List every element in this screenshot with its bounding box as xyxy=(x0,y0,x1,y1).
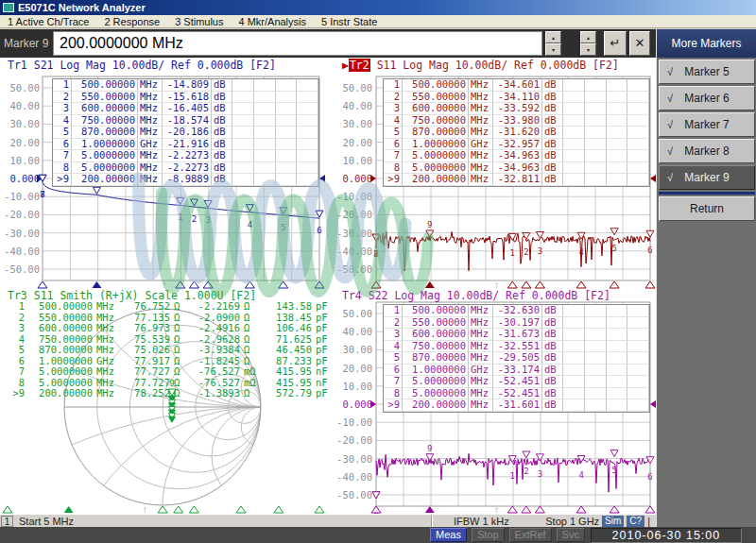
table-cell: pF xyxy=(314,323,333,334)
table-cell xyxy=(607,305,628,317)
table-cell xyxy=(585,365,607,377)
table-cell: dB xyxy=(212,92,232,104)
table-cell: 7 xyxy=(8,366,26,378)
table-cell: dB xyxy=(542,399,563,412)
table-cell xyxy=(254,150,276,162)
marker-9-button[interactable]: √ Marker 9 xyxy=(659,165,755,190)
table-cell: -33.174 xyxy=(493,365,542,377)
tr1-marker-table: 1500.00000MHz-14.809dB2550.00000MHz-15.6… xyxy=(52,78,319,187)
table-cell xyxy=(585,92,607,104)
table-cell xyxy=(627,376,649,388)
marker-6-button[interactable]: √ Marker 6 xyxy=(659,86,755,110)
instrument-status-bar: Meas Stop ExtRef Svc 2010-06-30 15:00 xyxy=(0,527,756,543)
table-cell: 77.135 xyxy=(121,313,172,324)
table-cell: -2.2273 xyxy=(163,150,212,162)
table-cell xyxy=(607,317,628,330)
table-cell xyxy=(627,399,649,412)
menu-instr-state[interactable]: 5 Instr State xyxy=(314,16,385,27)
table-cell: -8.9889 xyxy=(163,174,212,186)
menu-active-ch-trace[interactable]: 1 Active Ch/Trace xyxy=(0,16,96,27)
tr4-y-label: 10.00 xyxy=(333,382,372,392)
table-cell: pF xyxy=(314,356,333,367)
table-cell: 5.0000000 xyxy=(26,366,94,378)
tr2-marker-table: 1500.00000MHz-34.601dB2550.00000MHz-34.1… xyxy=(383,78,650,187)
table-cell xyxy=(607,79,628,92)
table-cell: 5.0000000 xyxy=(72,162,138,175)
table-cell xyxy=(563,162,585,175)
table-cell xyxy=(607,365,628,377)
menu-stimulus[interactable]: 3 Stimulus xyxy=(167,16,231,27)
check-icon: √ xyxy=(667,140,673,162)
table-cell xyxy=(585,341,607,353)
table-cell xyxy=(563,388,585,400)
table-cell: -76.527 xyxy=(187,378,242,389)
table-cell: MHz xyxy=(138,79,163,92)
tr4-y-label: 20.00 xyxy=(333,364,372,374)
table-cell: MHz xyxy=(138,115,163,127)
analyzer-screen: 123456789↑123456789↑9↑123456789↑50.0040.… xyxy=(0,58,656,514)
svg-text:↑: ↑ xyxy=(494,504,499,514)
tr1-y-label: 20.00 xyxy=(0,138,40,148)
table-cell: dB xyxy=(542,103,563,115)
table-cell: dB xyxy=(542,341,563,353)
button-label: Marker 6 xyxy=(684,92,729,105)
table-cell: -33.980 xyxy=(493,115,542,127)
close-entry-button[interactable]: ✕ xyxy=(629,31,650,56)
marker-5-button[interactable]: √ Marker 5 xyxy=(659,59,755,84)
check-icon: √ xyxy=(667,113,673,136)
svg-text:4: 4 xyxy=(248,220,252,229)
spin-up-button[interactable]: ▴ xyxy=(580,31,596,43)
tr1-y-label: -50.00 xyxy=(0,264,40,275)
return-button[interactable]: Return xyxy=(659,196,755,221)
table-cell xyxy=(232,103,254,115)
table-cell xyxy=(276,174,298,186)
tr4-y-label: 40.00 xyxy=(333,327,372,337)
table-cell: -52.451 xyxy=(493,388,542,400)
menu-response[interactable]: 2 Response xyxy=(96,16,167,27)
table-cell: dB xyxy=(542,92,563,104)
table-cell: Ω xyxy=(242,334,266,346)
table-cell xyxy=(585,317,607,330)
table-cell: 78.252 xyxy=(121,388,172,399)
table-cell: dB xyxy=(212,127,232,139)
svg-text:1: 1 xyxy=(178,212,182,222)
table-cell: dB xyxy=(542,139,563,151)
table-cell: 6 xyxy=(384,139,403,151)
table-cell: 46.450 xyxy=(266,345,314,356)
marker-8-button[interactable]: √ Marker 8 xyxy=(659,139,755,163)
svg-text:5: 5 xyxy=(611,466,616,475)
table-cell xyxy=(563,150,585,162)
marker-value-input[interactable]: 200.0000000 MHz xyxy=(53,31,542,56)
spin-up-button[interactable]: ▴ xyxy=(545,31,561,43)
table-cell xyxy=(276,79,298,92)
table-cell: -30.197 xyxy=(493,317,542,330)
table-cell: MHz xyxy=(469,174,493,186)
table-cell: 8 xyxy=(8,378,26,389)
tr4-header: Tr4 S22 Log Mag 10.00dB/ Ref 0.000dB [F2… xyxy=(342,290,610,302)
table-cell xyxy=(232,162,254,175)
table-cell xyxy=(627,115,649,127)
table-cell xyxy=(585,103,607,115)
enter-button[interactable]: ↵ xyxy=(604,31,627,56)
table-cell: 4 xyxy=(384,115,403,127)
table-cell: MHz xyxy=(469,92,493,104)
tr2-y-label: 0.000 xyxy=(333,174,372,184)
table-cell: 200.00000 xyxy=(403,399,469,412)
table-cell xyxy=(627,79,649,92)
menu-mkr-analysis[interactable]: 4 Mkr/Analysis xyxy=(231,16,314,27)
table-cell xyxy=(627,103,649,115)
spin-down-button[interactable]: ▾ xyxy=(580,43,596,56)
table-cell: -34.110 xyxy=(493,92,542,104)
sim-badge: Sim xyxy=(602,516,624,527)
table-cell xyxy=(607,139,628,151)
menu-bar: 1 Active Ch/Trace 2 Response 3 Stimulus … xyxy=(0,15,756,28)
check-icon: √ xyxy=(667,60,673,83)
table-cell: 5 xyxy=(384,352,403,365)
table-cell: dB xyxy=(542,150,563,162)
check-icon: √ xyxy=(667,166,673,189)
table-cell: -2.0900 xyxy=(187,313,242,324)
app-window: E5071C Network Analyzer 1 Active Ch/Trac… xyxy=(0,0,756,543)
table-cell: 6 xyxy=(8,356,26,367)
marker-7-button[interactable]: √ Marker 7 xyxy=(659,112,755,137)
spin-down-button[interactable]: ▾ xyxy=(545,43,561,56)
